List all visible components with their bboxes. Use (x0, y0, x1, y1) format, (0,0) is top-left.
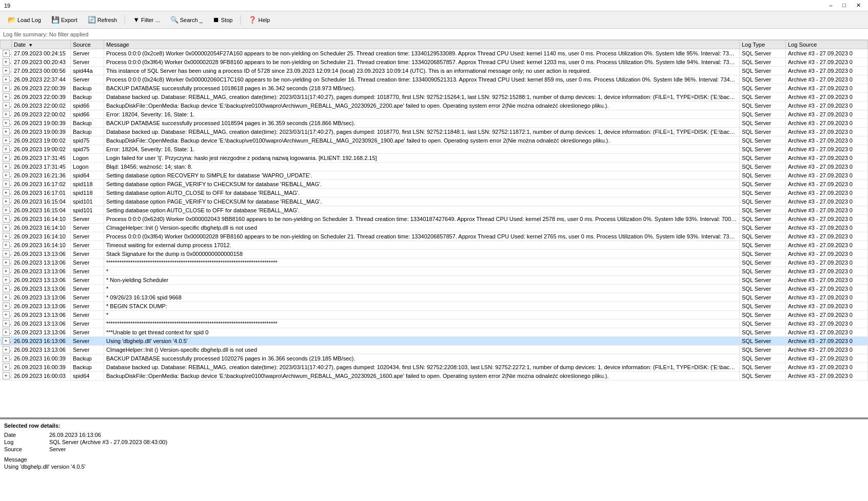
table-row[interactable]: +26.09.2023 16:21:36spid64Setting databa… (1, 171, 868, 180)
table-row[interactable]: +26.09.2023 13:13:06Server**************… (1, 258, 868, 267)
table-row[interactable]: +26.09.2023 13:13:06Server*SQL ServerArc… (1, 311, 868, 319)
table-row[interactable]: +26.09.2023 16:14:10ServerTimeout waitin… (1, 241, 868, 250)
table-row[interactable]: +26.09.2023 17:31:45LogonLogin failed fo… (1, 154, 868, 163)
row-expand-icon[interactable]: + (3, 329, 10, 336)
row-expand-icon[interactable]: + (3, 93, 10, 101)
row-check-cell: + (1, 58, 12, 67)
row-check-cell: + (1, 180, 12, 189)
row-expand-icon[interactable]: + (3, 189, 10, 196)
header-date[interactable]: Date ▼ (12, 41, 71, 49)
row-expand-icon[interactable]: + (3, 346, 10, 353)
header-logsource[interactable]: Log Source (786, 41, 868, 49)
table-row[interactable]: +26.09.2023 13:13:06Server*SQL ServerArc… (1, 267, 868, 276)
row-expand-icon[interactable]: + (3, 128, 10, 135)
table-row[interactable]: +26.09.2023 13:13:06Server* Non-yielding… (1, 276, 868, 285)
row-expand-icon[interactable]: + (3, 372, 10, 379)
help-button[interactable]: ❓ Help (244, 14, 274, 26)
table-row[interactable]: +26.09.2023 19:00:39BackupBACKUP DATABAS… (1, 119, 868, 128)
row-expand-icon[interactable]: + (3, 285, 10, 292)
refresh-button[interactable]: 🔄 Refresh (83, 14, 122, 26)
table-row[interactable]: +26.09.2023 22:00:02spid66BackupDiskFile… (1, 102, 868, 110)
table-row[interactable]: +27.09.2023 00:00:56spid44aThis instance… (1, 67, 868, 75)
header-message[interactable]: Message (104, 41, 740, 49)
table-row[interactable]: +26.09.2023 19:00:02spid75Error: 18204, … (1, 145, 868, 154)
table-row[interactable]: +27.09.2023 00:20:43ServerProcess 0:0:0 … (1, 58, 868, 67)
row-expand-icon[interactable]: + (3, 268, 10, 275)
row-expand-icon[interactable]: + (3, 224, 10, 231)
table-row[interactable]: +26.09.2023 16:17:01spid118Setting datab… (1, 189, 868, 197)
table-row[interactable]: +26.09.2023 16:00:39BackupDatabase backe… (1, 363, 868, 372)
maximize-button[interactable]: □ (839, 2, 849, 9)
table-row[interactable]: +26.09.2023 13:13:06Server*SQL ServerArc… (1, 285, 868, 293)
row-expand-icon[interactable]: + (3, 276, 10, 284)
log-scroll-area[interactable]: Date ▼ Source Message Log Type (0, 40, 868, 417)
table-row[interactable]: +26.09.2023 19:00:02spid75BackupDiskFile… (1, 136, 868, 145)
row-expand-icon[interactable]: + (3, 355, 10, 362)
row-expand-icon[interactable]: + (3, 198, 10, 205)
row-expand-icon[interactable]: + (3, 137, 10, 144)
table-row[interactable]: +26.09.2023 22:00:39BackupBACKUP DATABAS… (1, 84, 868, 93)
table-row[interactable]: +26.09.2023 13:13:06Server***Unable to g… (1, 328, 868, 337)
table-row[interactable]: +26.09.2023 17:31:45LogonBłąd: 18456; wa… (1, 163, 868, 171)
row-expand-icon[interactable]: + (3, 154, 10, 162)
table-row[interactable]: +26.09.2023 16:14:10ServerProcess 0:0:0 … (1, 232, 868, 241)
row-expand-icon[interactable]: + (3, 102, 10, 109)
export-button[interactable]: 💾 Export (47, 14, 82, 26)
row-expand-icon[interactable]: + (3, 337, 10, 345)
table-row[interactable]: +26.09.2023 13:13:06Server* 09/26/23 16:… (1, 293, 868, 302)
table-row[interactable]: +26.09.2023 13:13:06ServerStack Signatur… (1, 250, 868, 258)
row-expand-icon[interactable]: + (3, 58, 10, 66)
row-expand-icon[interactable]: + (3, 207, 10, 214)
close-button[interactable]: ✕ (853, 2, 864, 9)
table-row[interactable]: +26.09.2023 22:37:44ServerProcess 0:0:0 … (1, 75, 868, 84)
table-row[interactable]: +26.09.2023 16:15:04spid101Setting datab… (1, 206, 868, 215)
table-row[interactable]: +26.09.2023 13:13:06Server* BEGIN STACK … (1, 302, 868, 311)
row-expand-icon[interactable]: + (3, 294, 10, 301)
row-expand-icon[interactable]: + (3, 67, 10, 74)
row-expand-icon[interactable]: + (3, 50, 10, 57)
row-expand-icon[interactable]: + (3, 250, 10, 257)
row-expand-icon[interactable]: + (3, 181, 10, 188)
load-log-button[interactable]: 📂 Load Log (3, 14, 46, 26)
row-expand-icon[interactable]: + (3, 215, 10, 223)
table-row[interactable]: +26.09.2023 19:00:39BackupDatabase backe… (1, 128, 868, 136)
minimize-button[interactable]: – (826, 2, 835, 9)
row-expand-icon[interactable]: + (3, 85, 10, 92)
search-button[interactable]: 🔍 Search _ (166, 14, 207, 26)
table-row[interactable]: +26.09.2023 16:15:04spid101Setting datab… (1, 197, 868, 206)
stop-button[interactable]: ⏹ Stop (208, 14, 238, 26)
filter-button[interactable]: ▼ Filter ... (128, 14, 165, 26)
row-expand-icon[interactable]: + (3, 172, 10, 179)
row-expand-icon[interactable]: + (3, 119, 10, 127)
row-expand-icon[interactable]: + (3, 242, 10, 249)
row-expand-icon[interactable]: + (3, 111, 10, 118)
table-row[interactable]: +26.09.2023 16:00:03spid64BackupDiskFile… (1, 372, 868, 380)
table-row[interactable]: +26.09.2023 16:13:06ServerUsing 'dbghelp… (1, 337, 868, 346)
table-row[interactable]: +26.09.2023 22:00:02spid66Error: 18204, … (1, 110, 868, 119)
row-expand-icon[interactable]: + (3, 320, 10, 327)
table-row[interactable]: +26.09.2023 16:14:10ServerProcess 0:0:0 … (1, 215, 868, 224)
row-expand-icon[interactable]: + (3, 146, 10, 153)
table-row[interactable]: +26.09.2023 16:17:02spid118Setting datab… (1, 180, 868, 189)
details-date-value: 26.09.2023 16:13:06 (49, 432, 864, 438)
header-logtype[interactable]: Log Type (740, 41, 786, 49)
row-expand-icon[interactable]: + (3, 76, 10, 83)
table-row[interactable]: +26.09.2023 13:13:06ServerClmageHelper::… (1, 346, 868, 354)
row-expand-icon[interactable]: + (3, 364, 10, 371)
row-expand-icon[interactable]: + (3, 163, 10, 170)
row-check-cell: + (1, 128, 12, 136)
row-logsource: Archive #3 - 27.09.2023 0 (786, 206, 868, 215)
table-row[interactable]: +26.09.2023 16:14:10ServerClmageHelper::… (1, 224, 868, 232)
table-row[interactable]: +26.09.2023 16:00:39BackupBACKUP DATABAS… (1, 354, 868, 363)
table-row[interactable]: +26.09.2023 13:13:06Server**************… (1, 319, 868, 328)
row-expand-icon[interactable]: + (3, 303, 10, 310)
row-expand-icon[interactable]: + (3, 233, 10, 240)
row-expand-icon[interactable]: + (3, 311, 10, 318)
row-expand-icon[interactable]: + (3, 259, 10, 266)
table-row[interactable]: +27.09.2023 00:24:15ServerProcess 0:0:0 … (1, 49, 868, 58)
row-check-cell: + (1, 189, 12, 197)
header-source[interactable]: Source (71, 41, 104, 49)
table-row[interactable]: +26.09.2023 22:00:39BackupDatabase backe… (1, 93, 868, 102)
load-log-icon: 📂 (8, 16, 16, 24)
row-source: Backup (71, 93, 104, 102)
